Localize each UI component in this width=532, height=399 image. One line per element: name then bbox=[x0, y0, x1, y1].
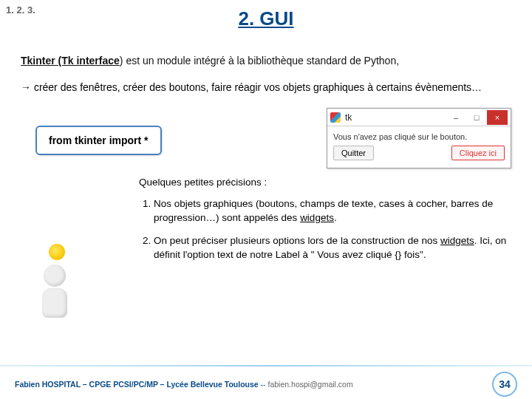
close-button[interactable]: × bbox=[487, 110, 508, 125]
precision-item-2: On peut préciser plusieurs options lors … bbox=[154, 234, 511, 262]
tk-window: tk – □ × Vous n'avez pas cliqué sur le b… bbox=[327, 108, 511, 168]
footer-email: fabien.hospi@gmail.com bbox=[268, 380, 353, 389]
footer-author: Fabien HOSPITAL – CPGE PCSI/PC/MP – Lycé… bbox=[15, 380, 261, 389]
tkinter-keyword: Tkinter (Tk interface bbox=[21, 55, 120, 66]
tk-button-row: Quitter Cliquez ici bbox=[333, 146, 505, 160]
tk-system-buttons: – □ × bbox=[446, 110, 508, 125]
tk-icon bbox=[330, 112, 341, 123]
footer-divider bbox=[0, 365, 532, 366]
thinker-figure bbox=[22, 244, 89, 332]
tk-titlebar: tk – □ × bbox=[327, 109, 511, 126]
precision-item-1: Nos objets graphiques (boutons, champs d… bbox=[154, 197, 511, 225]
bullet-paragraph: → créer des fenêtres, créer des boutons,… bbox=[21, 81, 511, 95]
precisions: Quelques petites précisions : Nos objets… bbox=[139, 176, 511, 262]
code-box: from tkinter import * bbox=[35, 126, 162, 155]
person-icon bbox=[33, 265, 77, 327]
page-number: 34 bbox=[492, 372, 517, 397]
p2-pre: On peut préciser plusieurs options lors … bbox=[154, 235, 440, 246]
click-button[interactable]: Cliquez ici bbox=[451, 146, 505, 160]
p1-widgets: widgets bbox=[300, 212, 334, 223]
page-title: 2. GUI bbox=[0, 7, 532, 30]
intro-paragraph: Tkinter (Tk interface) est un module int… bbox=[21, 54, 511, 67]
maximize-button[interactable]: □ bbox=[466, 110, 487, 125]
footer-sep: -- bbox=[261, 380, 268, 389]
content: Tkinter (Tk interface) est un module int… bbox=[0, 30, 532, 262]
minimize-button[interactable]: – bbox=[446, 110, 466, 125]
mid-row: from tkinter import * tk – □ × Vous n'av… bbox=[21, 108, 511, 168]
quit-button[interactable]: Quitter bbox=[333, 146, 374, 160]
intro-rest: ) est un module intégré à la bibliothèqu… bbox=[120, 55, 399, 66]
p1-post: . bbox=[334, 212, 337, 223]
tk-body: Vous n'avez pas cliqué sur le bouton. Qu… bbox=[327, 126, 511, 168]
lightbulb-icon bbox=[49, 244, 65, 260]
precisions-lead: Quelques petites précisions : bbox=[139, 176, 511, 190]
p2-widgets: widgets bbox=[440, 235, 474, 246]
tk-title: tk bbox=[345, 112, 446, 123]
bullet-text: créer des fenêtres, créer des boutons, f… bbox=[31, 81, 482, 93]
breadcrumb: 1. 2. 3. bbox=[6, 4, 35, 16]
arrow-icon: → bbox=[21, 81, 31, 93]
tk-message: Vous n'avez pas cliqué sur le bouton. bbox=[333, 131, 505, 146]
footer: Fabien HOSPITAL – CPGE PCSI/PC/MP – Lycé… bbox=[0, 369, 532, 399]
